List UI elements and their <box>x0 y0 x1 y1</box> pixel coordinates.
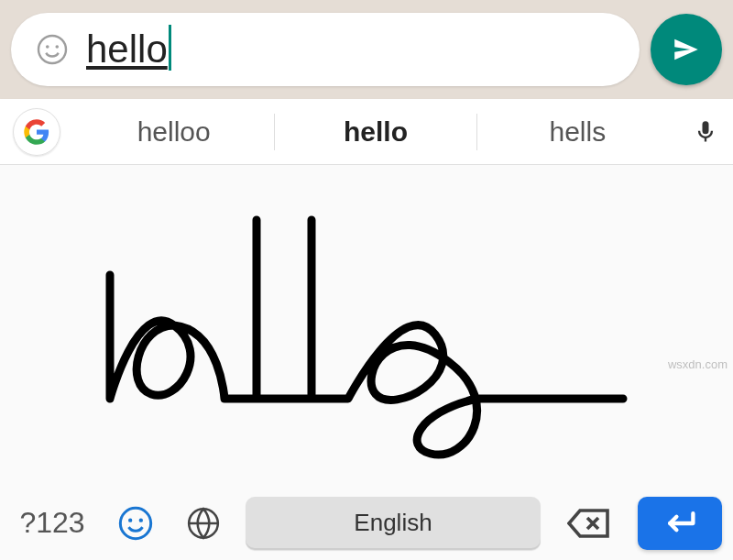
svg-point-1 <box>46 45 49 49</box>
enter-key[interactable] <box>638 497 722 550</box>
handwriting-canvas[interactable]: wsxdn.com <box>0 165 733 486</box>
svg-point-3 <box>120 508 150 538</box>
send-button[interactable] <box>651 14 722 85</box>
emoji-icon[interactable] <box>35 32 70 67</box>
svg-point-0 <box>38 36 66 63</box>
suggestion-1[interactable]: hello <box>275 116 476 148</box>
face-icon[interactable] <box>110 505 161 542</box>
globe-icon[interactable] <box>178 506 229 541</box>
svg-point-4 <box>128 518 132 522</box>
chat-input-bar: hello <box>0 0 733 99</box>
keyboard-bottom-row: ?123 English <box>0 486 733 560</box>
space-key[interactable]: English <box>246 497 541 550</box>
watermark-text: wsxdn.com <box>668 357 728 371</box>
svg-point-2 <box>55 45 59 49</box>
suggestion-2[interactable]: hells <box>477 116 678 148</box>
suggestion-0[interactable]: helloo <box>73 116 274 148</box>
svg-point-5 <box>139 518 143 522</box>
text-caret <box>169 25 171 71</box>
mic-icon[interactable] <box>678 119 733 145</box>
numeric-key[interactable]: ?123 <box>11 506 93 540</box>
message-input-container[interactable]: hello <box>11 13 640 86</box>
handwriting-stroke <box>73 188 660 463</box>
suggestion-bar: helloo hello hells <box>0 99 733 165</box>
google-icon[interactable] <box>13 108 60 156</box>
message-input-text[interactable]: hello <box>86 27 168 71</box>
backspace-icon[interactable] <box>557 505 621 542</box>
